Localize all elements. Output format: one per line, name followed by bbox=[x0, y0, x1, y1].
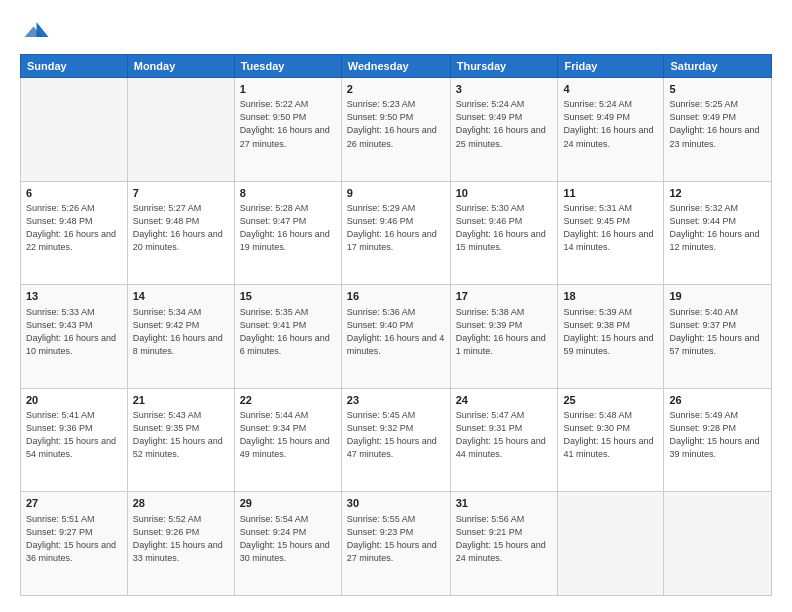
day-detail: Sunrise: 5:49 AM Sunset: 9:28 PM Dayligh… bbox=[669, 409, 766, 461]
day-detail: Sunrise: 5:23 AM Sunset: 9:50 PM Dayligh… bbox=[347, 98, 445, 150]
calendar-cell: 14Sunrise: 5:34 AM Sunset: 9:42 PM Dayli… bbox=[127, 285, 234, 389]
day-number: 17 bbox=[456, 289, 553, 304]
day-number: 24 bbox=[456, 393, 553, 408]
day-number: 11 bbox=[563, 186, 658, 201]
day-detail: Sunrise: 5:51 AM Sunset: 9:27 PM Dayligh… bbox=[26, 513, 122, 565]
day-detail: Sunrise: 5:32 AM Sunset: 9:44 PM Dayligh… bbox=[669, 202, 766, 254]
day-detail: Sunrise: 5:52 AM Sunset: 9:26 PM Dayligh… bbox=[133, 513, 229, 565]
day-number: 12 bbox=[669, 186, 766, 201]
calendar-cell: 15Sunrise: 5:35 AM Sunset: 9:41 PM Dayli… bbox=[234, 285, 341, 389]
day-detail: Sunrise: 5:30 AM Sunset: 9:46 PM Dayligh… bbox=[456, 202, 553, 254]
calendar-cell: 16Sunrise: 5:36 AM Sunset: 9:40 PM Dayli… bbox=[341, 285, 450, 389]
calendar-cell: 9Sunrise: 5:29 AM Sunset: 9:46 PM Daylig… bbox=[341, 181, 450, 285]
day-number: 29 bbox=[240, 496, 336, 511]
day-detail: Sunrise: 5:31 AM Sunset: 9:45 PM Dayligh… bbox=[563, 202, 658, 254]
calendar-cell: 6Sunrise: 5:26 AM Sunset: 9:48 PM Daylig… bbox=[21, 181, 128, 285]
day-detail: Sunrise: 5:35 AM Sunset: 9:41 PM Dayligh… bbox=[240, 306, 336, 358]
day-number: 6 bbox=[26, 186, 122, 201]
calendar-cell: 11Sunrise: 5:31 AM Sunset: 9:45 PM Dayli… bbox=[558, 181, 664, 285]
day-detail: Sunrise: 5:38 AM Sunset: 9:39 PM Dayligh… bbox=[456, 306, 553, 358]
day-number: 2 bbox=[347, 82, 445, 97]
calendar-cell: 5Sunrise: 5:25 AM Sunset: 9:49 PM Daylig… bbox=[664, 78, 772, 182]
calendar-cell bbox=[558, 492, 664, 596]
day-detail: Sunrise: 5:55 AM Sunset: 9:23 PM Dayligh… bbox=[347, 513, 445, 565]
calendar-cell: 3Sunrise: 5:24 AM Sunset: 9:49 PM Daylig… bbox=[450, 78, 558, 182]
day-detail: Sunrise: 5:43 AM Sunset: 9:35 PM Dayligh… bbox=[133, 409, 229, 461]
calendar-cell: 2Sunrise: 5:23 AM Sunset: 9:50 PM Daylig… bbox=[341, 78, 450, 182]
logo bbox=[20, 16, 54, 46]
day-detail: Sunrise: 5:48 AM Sunset: 9:30 PM Dayligh… bbox=[563, 409, 658, 461]
day-number: 28 bbox=[133, 496, 229, 511]
calendar-cell bbox=[21, 78, 128, 182]
day-detail: Sunrise: 5:54 AM Sunset: 9:24 PM Dayligh… bbox=[240, 513, 336, 565]
day-number: 9 bbox=[347, 186, 445, 201]
day-number: 23 bbox=[347, 393, 445, 408]
calendar-cell: 18Sunrise: 5:39 AM Sunset: 9:38 PM Dayli… bbox=[558, 285, 664, 389]
day-detail: Sunrise: 5:34 AM Sunset: 9:42 PM Dayligh… bbox=[133, 306, 229, 358]
day-number: 19 bbox=[669, 289, 766, 304]
calendar-cell: 26Sunrise: 5:49 AM Sunset: 9:28 PM Dayli… bbox=[664, 388, 772, 492]
day-number: 25 bbox=[563, 393, 658, 408]
calendar-cell: 29Sunrise: 5:54 AM Sunset: 9:24 PM Dayli… bbox=[234, 492, 341, 596]
day-number: 20 bbox=[26, 393, 122, 408]
day-number: 18 bbox=[563, 289, 658, 304]
weekday-header-monday: Monday bbox=[127, 55, 234, 78]
day-number: 3 bbox=[456, 82, 553, 97]
day-detail: Sunrise: 5:27 AM Sunset: 9:48 PM Dayligh… bbox=[133, 202, 229, 254]
weekday-header-tuesday: Tuesday bbox=[234, 55, 341, 78]
day-number: 27 bbox=[26, 496, 122, 511]
weekday-header-wednesday: Wednesday bbox=[341, 55, 450, 78]
day-number: 16 bbox=[347, 289, 445, 304]
day-number: 1 bbox=[240, 82, 336, 97]
day-number: 21 bbox=[133, 393, 229, 408]
day-number: 10 bbox=[456, 186, 553, 201]
calendar-cell: 20Sunrise: 5:41 AM Sunset: 9:36 PM Dayli… bbox=[21, 388, 128, 492]
day-detail: Sunrise: 5:24 AM Sunset: 9:49 PM Dayligh… bbox=[456, 98, 553, 150]
calendar-cell: 30Sunrise: 5:55 AM Sunset: 9:23 PM Dayli… bbox=[341, 492, 450, 596]
calendar-cell: 8Sunrise: 5:28 AM Sunset: 9:47 PM Daylig… bbox=[234, 181, 341, 285]
day-detail: Sunrise: 5:45 AM Sunset: 9:32 PM Dayligh… bbox=[347, 409, 445, 461]
day-detail: Sunrise: 5:22 AM Sunset: 9:50 PM Dayligh… bbox=[240, 98, 336, 150]
day-number: 14 bbox=[133, 289, 229, 304]
calendar-cell: 10Sunrise: 5:30 AM Sunset: 9:46 PM Dayli… bbox=[450, 181, 558, 285]
day-detail: Sunrise: 5:41 AM Sunset: 9:36 PM Dayligh… bbox=[26, 409, 122, 461]
calendar-cell: 25Sunrise: 5:48 AM Sunset: 9:30 PM Dayli… bbox=[558, 388, 664, 492]
weekday-header-friday: Friday bbox=[558, 55, 664, 78]
day-detail: Sunrise: 5:39 AM Sunset: 9:38 PM Dayligh… bbox=[563, 306, 658, 358]
calendar-cell: 27Sunrise: 5:51 AM Sunset: 9:27 PM Dayli… bbox=[21, 492, 128, 596]
day-detail: Sunrise: 5:29 AM Sunset: 9:46 PM Dayligh… bbox=[347, 202, 445, 254]
logo-icon bbox=[20, 16, 50, 46]
day-detail: Sunrise: 5:26 AM Sunset: 9:48 PM Dayligh… bbox=[26, 202, 122, 254]
calendar-table: SundayMondayTuesdayWednesdayThursdayFrid… bbox=[20, 54, 772, 596]
day-number: 13 bbox=[26, 289, 122, 304]
day-detail: Sunrise: 5:28 AM Sunset: 9:47 PM Dayligh… bbox=[240, 202, 336, 254]
day-number: 5 bbox=[669, 82, 766, 97]
calendar-cell: 7Sunrise: 5:27 AM Sunset: 9:48 PM Daylig… bbox=[127, 181, 234, 285]
calendar-cell: 21Sunrise: 5:43 AM Sunset: 9:35 PM Dayli… bbox=[127, 388, 234, 492]
calendar-cell: 12Sunrise: 5:32 AM Sunset: 9:44 PM Dayli… bbox=[664, 181, 772, 285]
day-detail: Sunrise: 5:24 AM Sunset: 9:49 PM Dayligh… bbox=[563, 98, 658, 150]
calendar-cell bbox=[664, 492, 772, 596]
day-detail: Sunrise: 5:25 AM Sunset: 9:49 PM Dayligh… bbox=[669, 98, 766, 150]
calendar-cell: 28Sunrise: 5:52 AM Sunset: 9:26 PM Dayli… bbox=[127, 492, 234, 596]
day-detail: Sunrise: 5:47 AM Sunset: 9:31 PM Dayligh… bbox=[456, 409, 553, 461]
calendar-cell: 22Sunrise: 5:44 AM Sunset: 9:34 PM Dayli… bbox=[234, 388, 341, 492]
weekday-header-saturday: Saturday bbox=[664, 55, 772, 78]
calendar-cell: 24Sunrise: 5:47 AM Sunset: 9:31 PM Dayli… bbox=[450, 388, 558, 492]
day-number: 22 bbox=[240, 393, 336, 408]
day-number: 7 bbox=[133, 186, 229, 201]
day-detail: Sunrise: 5:33 AM Sunset: 9:43 PM Dayligh… bbox=[26, 306, 122, 358]
day-detail: Sunrise: 5:40 AM Sunset: 9:37 PM Dayligh… bbox=[669, 306, 766, 358]
day-detail: Sunrise: 5:36 AM Sunset: 9:40 PM Dayligh… bbox=[347, 306, 445, 358]
calendar-cell: 13Sunrise: 5:33 AM Sunset: 9:43 PM Dayli… bbox=[21, 285, 128, 389]
calendar-cell: 19Sunrise: 5:40 AM Sunset: 9:37 PM Dayli… bbox=[664, 285, 772, 389]
day-number: 8 bbox=[240, 186, 336, 201]
calendar-cell bbox=[127, 78, 234, 182]
calendar-cell: 1Sunrise: 5:22 AM Sunset: 9:50 PM Daylig… bbox=[234, 78, 341, 182]
calendar-cell: 4Sunrise: 5:24 AM Sunset: 9:49 PM Daylig… bbox=[558, 78, 664, 182]
day-number: 26 bbox=[669, 393, 766, 408]
day-detail: Sunrise: 5:44 AM Sunset: 9:34 PM Dayligh… bbox=[240, 409, 336, 461]
day-number: 4 bbox=[563, 82, 658, 97]
weekday-header-sunday: Sunday bbox=[21, 55, 128, 78]
day-detail: Sunrise: 5:56 AM Sunset: 9:21 PM Dayligh… bbox=[456, 513, 553, 565]
